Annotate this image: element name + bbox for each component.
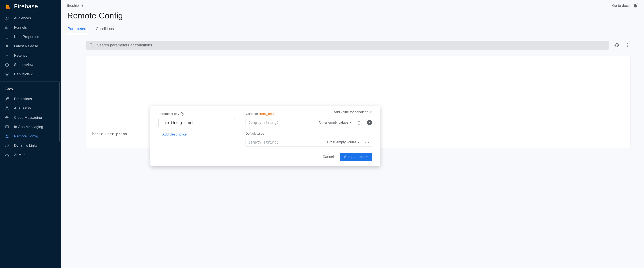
in-app-messaging-icon <box>5 125 9 129</box>
funnels-icon <box>5 25 9 30</box>
other-empty-values-dropdown[interactable]: Other empty values ▼ <box>319 121 352 125</box>
tabs: Parameters Conditions <box>61 24 644 34</box>
sidebar-item-label: Latest Release <box>14 44 38 48</box>
latest-release-icon <box>5 44 9 49</box>
sidebar-item-cloud-messaging[interactable]: Cloud Messaging <box>0 113 61 122</box>
go-to-docs-link[interactable]: Go to docs <box>612 3 630 8</box>
add-value-for-condition-button[interactable]: Add value for condition ▼ <box>334 110 372 114</box>
remote-config-icon <box>5 134 9 139</box>
more-vert-icon <box>625 43 630 48</box>
sidebar-item-remote-config[interactable]: Remote Config <box>0 132 61 141</box>
brand-name: Firebase <box>14 3 38 10</box>
add-description-button[interactable]: Add description <box>162 132 187 136</box>
sidebar-item-dynamic-links[interactable]: Dynamic Links <box>0 141 61 150</box>
param-key-label: Parameter key ? <box>158 112 235 116</box>
audiences-icon <box>5 16 9 20</box>
sidebar-item-in-app-messaging[interactable]: In-App Messaging <box>0 122 61 132</box>
notifications-button[interactable] <box>632 3 638 8</box>
sidebar-grow-list: Predictions A/B Testing Cloud Messaging … <box>0 94 61 160</box>
sidebar-item-label: User Properties <box>14 35 39 39</box>
content: basic_user_promo (empty string) + 1 cond… <box>61 34 644 154</box>
main: fireship ▼ Go to docs Remote Config Para… <box>61 0 644 268</box>
svg-rect-11 <box>6 135 7 136</box>
svg-point-8 <box>6 99 7 99</box>
svg-point-6 <box>6 74 8 76</box>
sidebar-item-ab-testing[interactable]: A/B Testing <box>0 104 61 113</box>
sidebar-item-label: Remote Config <box>14 134 38 138</box>
sidebar-item-predictions[interactable]: Predictions <box>0 94 61 104</box>
sidebar-item-label: Predictions <box>14 97 32 101</box>
condition-name: from_india <box>259 112 274 116</box>
svg-point-12 <box>8 156 8 156</box>
sidebar-item-label: A/B Testing <box>14 106 32 111</box>
sidebar-item-label: AdMob <box>14 153 26 157</box>
sidebar-section-grow: Grow <box>0 86 61 94</box>
sidebar: Firebase Audiences Funnels User Properti… <box>0 0 61 268</box>
topbar: fireship ▼ Go to docs <box>61 0 644 9</box>
sidebar-item-retention[interactable]: Retention <box>0 51 61 60</box>
sidebar-item-label: DebugView <box>14 72 32 76</box>
page-title: Remote Config <box>61 9 644 24</box>
sidebar-divider <box>0 81 61 82</box>
add-parameter-button[interactable]: Add parameter <box>340 153 372 161</box>
condition-value-input[interactable] <box>248 121 317 125</box>
firebase-logo-icon <box>5 3 12 10</box>
more-menu-button[interactable] <box>624 42 630 48</box>
svg-rect-1 <box>6 27 6 29</box>
svg-point-13 <box>627 43 628 44</box>
sidebar-item-latest-release[interactable]: Latest Release <box>0 42 61 51</box>
cancel-button[interactable]: Cancel <box>323 155 334 159</box>
sidebar-item-label: Retention <box>14 53 30 58</box>
json-braces-button[interactable]: {} <box>362 138 372 147</box>
other-empty-values-dropdown[interactable]: Other empty values ▼ <box>327 140 360 144</box>
search-icon <box>89 43 94 47</box>
remove-condition-button[interactable] <box>367 120 372 125</box>
cloud-messaging-icon <box>5 115 9 120</box>
tab-conditions[interactable]: Conditions <box>95 24 114 34</box>
toolbar <box>86 41 630 50</box>
ab-testing-icon <box>5 106 9 111</box>
retention-icon <box>5 53 9 58</box>
search-input[interactable] <box>97 43 606 47</box>
streamview-icon <box>5 63 9 67</box>
brand[interactable]: Firebase <box>0 0 61 13</box>
default-value-input[interactable] <box>248 140 325 144</box>
sidebar-item-user-properties[interactable]: User Properties <box>0 32 61 42</box>
condition-value-input-wrap: Other empty values ▼ <box>246 118 354 127</box>
history-icon <box>614 43 619 48</box>
svg-rect-3 <box>8 28 8 29</box>
default-value-input-wrap: Other empty values ▼ <box>246 138 362 147</box>
svg-point-7 <box>6 98 6 98</box>
help-icon[interactable]: ? <box>180 112 184 116</box>
sidebar-item-audiences[interactable]: Audiences <box>0 13 61 23</box>
project-name: fireship <box>67 3 79 8</box>
caret-down-icon: ▼ <box>81 4 84 7</box>
notification-dot-icon <box>636 3 638 5</box>
sidebar-item-debugview[interactable]: DebugView <box>0 70 61 79</box>
svg-rect-10 <box>7 137 8 138</box>
sidebar-item-streamview[interactable]: StreamView <box>0 60 61 70</box>
caret-down-icon: ▼ <box>370 111 372 114</box>
caret-down-icon: ▼ <box>357 141 360 143</box>
predictions-icon <box>5 97 9 101</box>
sidebar-item-label: In-App Messaging <box>14 125 43 129</box>
svg-rect-2 <box>6 26 7 29</box>
sidebar-item-label: Dynamic Links <box>14 143 38 148</box>
admob-icon <box>5 153 9 157</box>
svg-point-0 <box>6 17 7 18</box>
svg-point-14 <box>627 45 628 46</box>
caret-down-icon: ▼ <box>349 121 352 124</box>
json-braces-button[interactable]: {} <box>354 118 364 127</box>
sidebar-top-list: Audiences Funnels User Properties Latest… <box>0 13 61 79</box>
param-key-input[interactable] <box>158 118 235 127</box>
project-selector[interactable]: fireship ▼ <box>67 3 84 8</box>
sidebar-item-label: Funnels <box>14 25 27 30</box>
sidebar-item-admob[interactable]: AdMob <box>0 150 61 160</box>
history-button[interactable] <box>614 42 620 48</box>
close-icon <box>368 121 371 124</box>
search-box[interactable] <box>86 41 609 50</box>
sidebar-scrollbar[interactable] <box>59 82 60 142</box>
edit-parameter-card: Parameter key ? Add description Add valu… <box>150 106 380 166</box>
sidebar-item-funnels[interactable]: Funnels <box>0 23 61 32</box>
tab-parameters[interactable]: Parameters <box>67 24 88 34</box>
